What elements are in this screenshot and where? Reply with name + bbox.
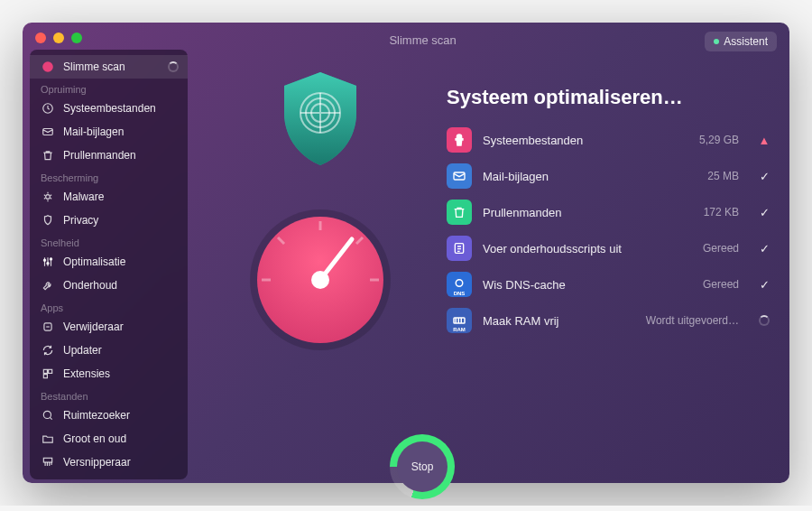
svg-point-5: [47, 263, 49, 265]
task-value: Wordt uitgevoerd…: [646, 314, 739, 327]
sidebar-item-optimization[interactable]: Optimalisatie: [30, 250, 188, 274]
sidebar-item-label: Mail-bijlagen: [63, 125, 124, 138]
sidebar-item-malware[interactable]: Malware: [30, 185, 188, 209]
space-lens-icon: [41, 408, 55, 423]
dns-icon: DNS: [447, 272, 472, 297]
uninstaller-icon: [41, 320, 55, 334]
close-window-button[interactable]: [35, 33, 46, 43]
task-value: 25 MB: [707, 170, 739, 182]
check-icon: ✓: [760, 206, 770, 219]
stop-button[interactable]: Stop: [390, 434, 455, 499]
sidebar-item-label: Optimalisatie: [63, 256, 125, 268]
updater-icon: [41, 343, 55, 358]
minimize-window-button[interactable]: [53, 33, 64, 43]
svg-point-6: [50, 258, 51, 260]
task-row[interactable]: RAM Maak RAM vrij Wordt uitgevoerd…: [447, 308, 771, 333]
mail-icon: [41, 125, 55, 139]
sidebar-item-space-lens[interactable]: Ruimtezoeker: [30, 404, 188, 427]
task-row[interactable]: Mail-bijlagen 25 MB ✓: [447, 163, 771, 189]
extensions-icon: [41, 367, 55, 381]
malware-icon: [41, 190, 55, 204]
task-status: [757, 315, 771, 326]
sidebar-item-maintenance[interactable]: Onderhoud: [30, 274, 188, 297]
sidebar-item-label: Prullenmanden: [63, 149, 136, 162]
sidebar-item-label: Versnipperaar: [63, 456, 131, 469]
warning-icon: ▲: [759, 134, 770, 147]
sidebar-item-extensions[interactable]: Extensies: [30, 362, 188, 386]
page-title: Slimme scan: [389, 33, 456, 47]
sidebar-heading-cleanup: Opruiming: [30, 79, 188, 97]
task-row[interactable]: DNS Wis DNS-cache Gereed ✓: [447, 272, 771, 297]
shredder-icon: [41, 455, 55, 469]
illustration-column: [203, 59, 438, 474]
sidebar-item-shredder[interactable]: Versnipperaar: [30, 451, 188, 474]
task-row[interactable]: Voer onderhoudsscripts uit Gereed ✓: [447, 236, 771, 261]
task-status: ✓: [757, 206, 771, 219]
smart-scan-icon: [41, 60, 55, 74]
sidebar-item-smart-scan[interactable]: Slimme scan: [30, 55, 188, 79]
task-label: Wis DNS-cache: [483, 278, 692, 292]
sidebar-item-large-old[interactable]: Groot en oud: [30, 427, 188, 451]
privacy-icon: [41, 213, 55, 228]
task-status: ▲: [757, 134, 771, 147]
scanning-spinner-icon: [168, 61, 179, 72]
sidebar-heading-speed: Snelheid: [30, 232, 188, 250]
check-icon: ✓: [760, 278, 770, 292]
mail-attachment-icon: [447, 163, 472, 189]
fullscreen-window-button[interactable]: [71, 33, 82, 43]
task-status: ✓: [757, 170, 771, 183]
check-icon: ✓: [760, 170, 770, 183]
task-value: Gereed: [703, 278, 739, 291]
sidebar-item-uninstaller[interactable]: Verwijderaar: [30, 315, 188, 339]
ram-icon: RAM: [447, 308, 472, 333]
header-right: Assistent: [705, 32, 777, 51]
task-label: Maak RAM vrij: [483, 314, 635, 328]
svg-point-0: [42, 61, 53, 72]
cleanup-icon: [447, 127, 472, 153]
stop-label: Stop: [397, 441, 448, 492]
system-junk-icon: [41, 101, 55, 116]
sidebar: Slimme scan Opruiming Systeembestanden M…: [30, 50, 188, 479]
svg-point-11: [43, 411, 51, 418]
wrench-icon: [41, 278, 55, 293]
sidebar-item-trash-bins[interactable]: Prullenmanden: [30, 144, 188, 167]
running-spinner-icon: [759, 315, 770, 326]
progress-ring: Stop: [390, 434, 455, 499]
sidebar-item-updater[interactable]: Updater: [30, 339, 188, 362]
sidebar-item-system-junk[interactable]: Systeembestanden: [30, 97, 188, 120]
task-status: ✓: [757, 278, 771, 292]
trash-icon: [41, 148, 55, 163]
sidebar-item-mail-attachments[interactable]: Mail-bijlagen: [30, 120, 188, 144]
results-column: Systeem optimaliseren… Systeembestanden …: [438, 59, 771, 474]
svg-point-27: [456, 280, 463, 287]
sidebar-item-label: Extensies: [63, 367, 110, 380]
check-icon: ✓: [760, 242, 770, 256]
sidebar-item-label: Groot en oud: [63, 432, 126, 445]
task-label: Voer onderhoudsscripts uit: [483, 242, 692, 256]
task-label: Prullenmanden: [483, 206, 693, 219]
svg-point-24: [311, 271, 329, 289]
task-row[interactable]: Prullenmanden 172 KB ✓: [447, 200, 771, 225]
svg-rect-12: [43, 458, 51, 462]
sidebar-heading-apps: Apps: [30, 297, 188, 315]
main-title: Systeem optimaliseren…: [447, 86, 771, 109]
task-value: Gereed: [703, 242, 739, 255]
sidebar-item-label: Malware: [63, 190, 104, 203]
sidebar-heading-files: Bestanden: [30, 386, 188, 404]
svg-rect-9: [49, 369, 52, 373]
sidebar-item-label: Ruimtezoeker: [63, 409, 130, 422]
sidebar-item-privacy[interactable]: Privacy: [30, 209, 188, 232]
svg-point-4: [43, 259, 45, 261]
task-row[interactable]: Systeembestanden 5,29 GB ▲: [447, 127, 771, 153]
sidebar-item-label: Slimme scan: [63, 60, 125, 73]
svg-point-3: [46, 195, 51, 200]
task-value: 172 KB: [704, 206, 739, 218]
sidebar-item-label: Updater: [63, 344, 102, 357]
svg-rect-10: [43, 375, 47, 378]
sidebar-item-label: Verwijderaar: [63, 321, 124, 333]
speedometer-gauge-icon: [244, 203, 397, 357]
task-label: Systeembestanden: [483, 134, 688, 147]
task-value: 5,29 GB: [699, 134, 739, 146]
task-status: ✓: [757, 242, 771, 256]
assistant-button[interactable]: Assistent: [705, 32, 777, 51]
